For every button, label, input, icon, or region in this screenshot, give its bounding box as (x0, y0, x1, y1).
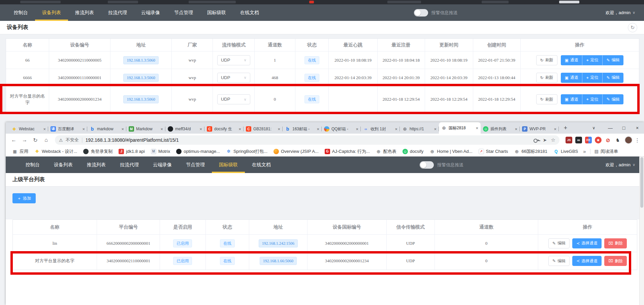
browser-tab-8[interactable]: b163邮箱 -× (283, 124, 322, 134)
maximize-button[interactable]: □ (617, 122, 631, 134)
forward-icon[interactable]: → (20, 135, 29, 145)
bookmark-item-6[interactable]: optimus-manage... (174, 147, 222, 156)
browser-tab-9[interactable]: QQ邮箱 -× (322, 124, 361, 134)
back-icon[interactable]: ← (9, 135, 19, 145)
address-bar[interactable]: ⚠ 不安全 | 192.168.1.3:18080/#/parentPlatfo… (55, 135, 559, 145)
bookmark-item-12[interactable]: ⊕Home | Vben Ad... (427, 147, 475, 156)
edit-button[interactable]: ✎编辑 (548, 238, 570, 248)
browser-tab-11[interactable]: ⊕https://1× (400, 124, 439, 134)
tab-close-icon[interactable]: × (554, 127, 556, 132)
tab-close-icon[interactable]: × (317, 127, 319, 132)
browser-tab-1[interactable]: ❖Webstac× (9, 124, 48, 134)
close-button[interactable]: × (631, 122, 644, 134)
nav-tab-2[interactable]: 设备列表 (47, 157, 80, 173)
nav-tab-1[interactable]: 控制台 (19, 157, 47, 173)
bookmark-item-3[interactable]: 免登录复制 (81, 147, 115, 156)
nav-tab-8[interactable]: 在线文档 (245, 157, 278, 173)
browser-tab-13[interactable]: ☺插件列表× (481, 124, 520, 134)
tab-close-icon[interactable]: × (356, 127, 358, 132)
refresh-button[interactable]: ↻刷新 (536, 94, 557, 104)
minimize-button[interactable]: — (604, 122, 617, 134)
select-channel-button[interactable]: ≺选择通道 (572, 238, 602, 248)
tab-search-chevron-icon[interactable]: ∨ (589, 122, 599, 134)
welcome-menu[interactable]: 欢迎，admin ∨ (606, 4, 644, 21)
address-badge[interactable]: 192.168.1.3:5060 (123, 74, 158, 82)
browser-tab-6[interactable]: Cdocsify 生× (204, 124, 244, 134)
bookmark-item-4[interactable]: Jjdk1.8 api (116, 147, 147, 156)
browser-tab-3[interactable]: bmarkdow× (87, 124, 126, 134)
stream-mode-select[interactable]: UDP∨ (217, 94, 250, 104)
blocker-extension-icon[interactable]: ⊘ (605, 137, 611, 143)
locate-button[interactable]: ⌖定位 (582, 73, 603, 83)
stream-mode-select[interactable]: UDP∨ (217, 55, 250, 65)
tab-close-icon[interactable]: × (476, 126, 478, 131)
browser-tab-4[interactable]: MMarkdow× (126, 124, 165, 134)
password-key-icon[interactable] (534, 138, 539, 142)
hand-extension-icon[interactable]: ✱ (595, 137, 602, 143)
fe-extension-icon[interactable]: FE (585, 137, 592, 143)
add-platform-button[interactable]: ＋ 添加 (12, 193, 36, 203)
tab-close-icon[interactable]: × (278, 127, 280, 132)
browser-tab-10[interactable]: ‹›收到 1封× (361, 124, 400, 134)
bookmark-item-7[interactable]: ✲SpringBoot打包... (224, 147, 270, 156)
tab-close-icon[interactable]: × (515, 127, 517, 132)
tab-close-icon[interactable]: × (434, 127, 437, 132)
nav-tab-8[interactable]: 在线文档 (233, 4, 266, 21)
nav-tab-1[interactable]: 控制台 (7, 4, 35, 21)
nav-tab-6[interactable]: 节点管理 (179, 157, 212, 173)
nav-tab-2[interactable]: 设备列表 (35, 4, 68, 21)
bookmark-item-1[interactable]: ▦应用 (10, 147, 31, 156)
reading-list-button[interactable]: ▤阅读清单 (594, 148, 618, 155)
nav-tab-7[interactable]: 国标级联 (212, 157, 245, 173)
bookmark-item-2[interactable]: ❖Webstack - 设计... (32, 147, 79, 156)
tab-close-icon[interactable]: × (43, 127, 46, 132)
browser-tab-14[interactable]: PWVP-PR× (520, 124, 559, 134)
js-extension-icon[interactable]: JS (566, 137, 572, 143)
refresh-button[interactable]: ↻刷新 (536, 55, 557, 65)
tab-close-icon[interactable]: × (238, 127, 241, 132)
edit-button[interactable]: ✎编辑 (548, 256, 570, 266)
nav-tab-5[interactable]: 云端录像 (146, 157, 179, 173)
bookmarks-overflow-icon[interactable]: » (583, 148, 586, 154)
bookmark-item-11[interactable]: ☺docsify (400, 147, 426, 156)
send-icon[interactable]: ➤ (543, 137, 547, 143)
browser-tab-2[interactable]: 译百度翻译× (48, 124, 87, 134)
channel-button[interactable]: ▣通道 (561, 73, 582, 83)
address-badge[interactable]: 192.168.1.242:1506 (259, 239, 298, 247)
bookmark-star-icon[interactable]: ☆ (551, 137, 555, 143)
nav-tab-7[interactable]: 国标级联 (200, 4, 233, 21)
nav-tab-3[interactable]: 推流列表 (68, 4, 101, 21)
locate-button[interactable]: ⌖定位 (582, 94, 603, 104)
browser-menu-icon[interactable]: ⋮ (634, 137, 641, 143)
nav-tab-5[interactable]: 云端录像 (134, 4, 167, 21)
tab-close-icon[interactable]: × (199, 127, 202, 132)
bookmark-item-8[interactable]: Overview (JSIP A... (271, 147, 321, 156)
glasses-extension-icon[interactable]: ∞ (575, 137, 582, 143)
profile-avatar[interactable] (624, 136, 633, 144)
new-tab-button[interactable]: + (561, 123, 570, 133)
nav-tab-4[interactable]: 拉流代理 (101, 4, 134, 21)
nav-tab-3[interactable]: 推流列表 (80, 157, 113, 173)
alarm-push-toggle[interactable] (420, 161, 434, 169)
welcome-menu[interactable]: 欢迎，admin ∨ (606, 157, 644, 173)
bookmark-item-10[interactable]: ⊕配色表 (374, 147, 399, 156)
refresh-page-button[interactable]: ↻ (628, 23, 637, 32)
address-badge[interactable]: 192.168.1.3:5060 (123, 56, 158, 64)
bookmark-item-13[interactable]: ↗Star Charts (476, 147, 511, 156)
alarm-push-toggle[interactable] (414, 9, 428, 16)
edit-button[interactable]: ✎编辑 (603, 73, 623, 83)
channel-button[interactable]: ▣通道 (561, 94, 582, 104)
select-channel-button[interactable]: ≺选择通道 (572, 256, 602, 266)
tab-close-icon[interactable]: × (160, 127, 163, 132)
page-scrollbar[interactable] (639, 157, 644, 305)
nav-tab-4[interactable]: 拉流代理 (113, 157, 146, 173)
address-badge[interactable]: 192.168.1.3:5060 (123, 95, 158, 103)
nav-tab-6[interactable]: 节点管理 (167, 4, 200, 21)
browser-tab-5[interactable]: meff34/d× (165, 124, 204, 134)
address-badge[interactable]: 192.168.1.66:5060 (260, 257, 297, 265)
tab-close-icon[interactable]: × (82, 127, 85, 132)
home-icon[interactable]: ⌂ (41, 135, 51, 145)
bookmark-item-9[interactable]: GAJ-Captcha: 行为... (322, 147, 372, 156)
bookmark-item-15[interactable]: QLiveGBS (551, 147, 580, 156)
reload-icon[interactable]: ↻ (31, 135, 40, 145)
